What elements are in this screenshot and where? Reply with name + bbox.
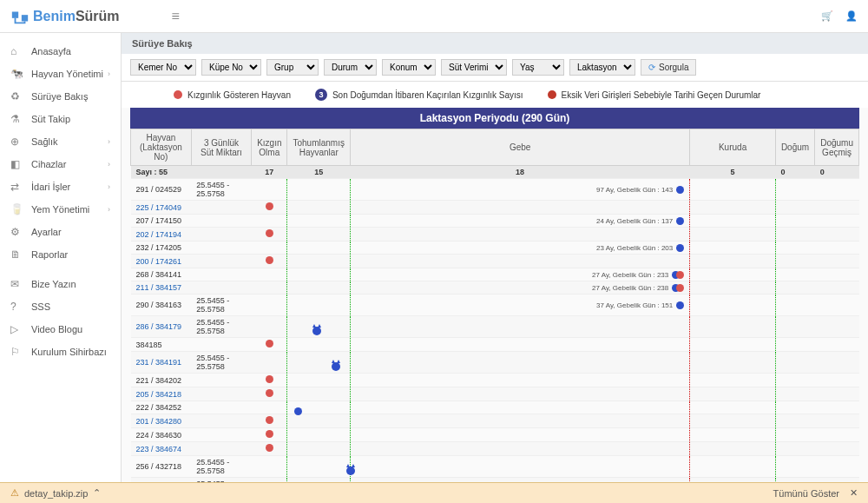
sidebar-item[interactable]: ⊕Sağlık› (0, 130, 121, 153)
preg-label: 97 Ay, Gebelik Gün : 143 (356, 186, 676, 194)
milk-3day (191, 281, 251, 295)
user-icon[interactable]: 👤 (845, 10, 858, 22)
sidebar-item[interactable]: ✉Bize Yazın (0, 273, 121, 295)
sidebar-label: Raporlar (31, 249, 68, 260)
sidebar-item[interactable]: ⚐Kurulum Sihirbazı (0, 341, 121, 363)
redfill-dot-icon (548, 90, 556, 99)
sidebar-label: Ayarlar (31, 227, 62, 237)
filter-select[interactable]: Laktasyon (569, 59, 635, 76)
filter-select[interactable]: Süt Verimi (441, 59, 507, 76)
table-row: 222 / 384252 (131, 401, 859, 414)
filter-select[interactable]: Yaş (512, 59, 564, 76)
animal-link[interactable]: 201 / 384280 (136, 417, 182, 426)
animal-link[interactable]: 225 / 174049 (136, 203, 182, 212)
animal-link[interactable]: 211 / 384157 (136, 283, 182, 292)
hamburger-icon[interactable]: ≡ (172, 9, 180, 24)
preg-label: 37 Ay, Gebelik Gün : 151 (356, 301, 676, 309)
svg-rect-0 (12, 11, 18, 17)
sidebar-icon: ◧ (10, 158, 24, 170)
filter-dropdown[interactable]: Laktasyon (569, 59, 635, 76)
col-hayvan[interactable]: Hayvan (Laktasyon No) (131, 129, 192, 166)
filter-select[interactable]: Konum (382, 59, 436, 76)
heat-marker-icon (266, 389, 273, 397)
sidebar-item[interactable]: 🥛Yem Yönetimi› (0, 198, 121, 221)
col-dogum[interactable]: Doğum (775, 129, 814, 166)
milk-3day: 25.5455 - 25.5758 (191, 316, 251, 338)
sidebar-label: Kurulum Sihirbazı (31, 347, 107, 357)
chevron-right-icon: › (108, 69, 110, 78)
preg-label: 27 Ay, Gebelik Gün : 238 (356, 284, 672, 292)
animal-link[interactable]: 205 / 384218 (136, 390, 182, 399)
sidebar-label: Video Blogu (31, 324, 82, 334)
filter-select[interactable]: Grup (266, 59, 319, 76)
table-row: 202 / 174194 (131, 228, 859, 242)
filter-select[interactable]: Durum (324, 59, 377, 76)
sidebar-item[interactable]: ⚗Süt Takip (0, 108, 121, 130)
sidebar-icon: ? (10, 301, 24, 313)
period-title: Laktasyon Periyodu (290 Gün) (130, 108, 859, 129)
animal-id: 232 / 174205 (136, 243, 182, 252)
filter-dropdown[interactable]: Kemer No (130, 59, 196, 76)
query-button[interactable]: ⟳Sorgula (641, 59, 696, 76)
sidebar-label: Hayvan Yönetimi (31, 69, 103, 79)
legend-overdue: Eksik Veri Girişleri Sebebiyle Tarihi Ge… (548, 90, 761, 100)
filter-dropdown[interactable]: Durum (324, 59, 377, 76)
milk-3day: 25.5455 - 25.5758 (191, 295, 251, 316)
filter-dropdown[interactable]: Grup (266, 59, 319, 76)
sidebar-item[interactable]: ⇄İdari İşler› (0, 175, 121, 198)
animal-link[interactable]: 200 / 174261 (136, 257, 182, 266)
sidebar-label: Cihazlar (31, 159, 66, 169)
sidebar-item[interactable]: ◧Cihazlar› (0, 153, 121, 175)
animal-link[interactable]: 231 / 384191 (136, 358, 182, 367)
count-dot-icon: 3 (315, 89, 327, 101)
table-row: 201 / 384280 (131, 414, 859, 428)
col-kizgin[interactable]: Kızgın Olma (252, 129, 287, 166)
animal-id: 207 / 174150 (136, 216, 182, 225)
sidebar-item[interactable]: ⌂Anasayfa (0, 40, 121, 63)
milk-3day (191, 414, 251, 428)
animal-link[interactable]: 286 / 384179 (136, 322, 182, 331)
table-row: 211 / 38415727 Ay, Gebelik Gün : 238 (131, 281, 859, 295)
milk-3day: 25.5455 - 25.5758 (191, 456, 251, 478)
table-row: 291 / 02452925.5455 - 25.575897 Ay, Gebe… (131, 179, 859, 201)
sidebar-icon: ⌂ (10, 45, 24, 57)
legend-missed: 3Son Doğumdan İtibaren Kaçırılan Kızgınl… (315, 89, 523, 101)
refresh-icon: ⟳ (648, 63, 655, 72)
chevron-right-icon: › (108, 182, 110, 191)
sidebar-label: Anasayfa (31, 46, 71, 56)
sidebar-label: Bize Yazın (31, 279, 76, 289)
col-3g[interactable]: 3 Günlük Süt Miktarı (191, 129, 251, 166)
col-kuruda[interactable]: Kuruda (690, 129, 776, 166)
header-right: 🛒 👤 (821, 10, 858, 22)
lactation-grid: Hayvan (Laktasyon No) 3 Günlük Süt Mikta… (130, 129, 859, 482)
col-dogumg[interactable]: Doğumu Geçmiş (815, 129, 859, 166)
sidebar-item[interactable]: 🗎Raporlar (0, 243, 121, 266)
cart-icon[interactable]: 🛒 (821, 10, 833, 22)
animal-id: 224 / 384630 (136, 431, 182, 440)
animal-link[interactable]: 223 / 384674 (136, 445, 182, 453)
milk-3day (191, 338, 251, 352)
preg-label: 27 Ay, Gebelik Gün : 233 (356, 271, 672, 279)
filter-select[interactable]: Kemer No (130, 59, 196, 76)
sidebar-item[interactable]: ?SSS (0, 295, 121, 318)
heat-marker-icon (266, 229, 273, 237)
milk-3day (191, 401, 251, 414)
col-gebe[interactable]: Gebe (350, 129, 689, 166)
table-row: 200 / 174261 (131, 255, 859, 268)
animal-link[interactable]: 202 / 174194 (136, 230, 182, 239)
milk-3day (191, 242, 251, 255)
sidebar-icon: ⇄ (10, 181, 24, 193)
table-row: 207 / 17415024 Ay, Gebelik Gün : 137 (131, 215, 859, 228)
filter-select[interactable]: Küpe No (201, 59, 261, 76)
filter-dropdown[interactable]: Konum (382, 59, 436, 76)
sidebar-item[interactable]: ⚙Ayarlar (0, 221, 121, 243)
heat-marker-icon (266, 256, 273, 264)
sidebar-item[interactable]: ▷Video Blogu (0, 318, 121, 341)
sidebar-item[interactable]: ♻Sürüye Bakış (0, 85, 121, 108)
logo-icon (10, 7, 30, 26)
filter-dropdown[interactable]: Süt Verimi (441, 59, 507, 76)
filter-dropdown[interactable]: Yaş (512, 59, 564, 76)
col-tohum[interactable]: Tohumlanmış Hayvanlar (287, 129, 350, 166)
filter-dropdown[interactable]: Küpe No (201, 59, 261, 76)
sidebar-item[interactable]: 🐄Hayvan Yönetimi› (0, 63, 121, 85)
